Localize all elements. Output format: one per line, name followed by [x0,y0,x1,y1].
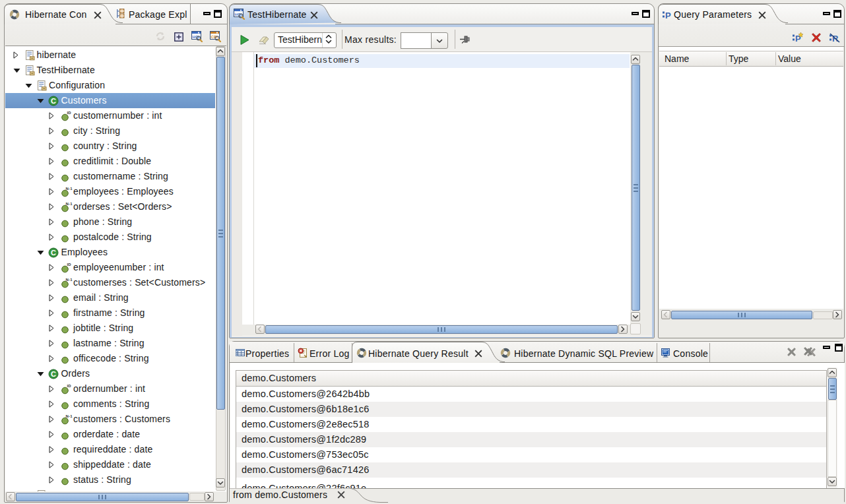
svg-text:N-1: N-1 [66,414,73,418]
svg-text:ID: ID [67,111,72,115]
svg-text:C: C [51,249,56,257]
svg-text:N-1: N-1 [66,187,73,191]
svg-text:ID: ID [67,263,72,267]
svg-text:C: C [51,97,56,105]
svg-text:N-1: N-1 [66,202,73,206]
svg-text:P: P [665,11,671,20]
svg-text:C: C [51,370,56,378]
svg-text:N-1: N-1 [66,278,73,282]
svg-text:ID: ID [67,384,72,388]
